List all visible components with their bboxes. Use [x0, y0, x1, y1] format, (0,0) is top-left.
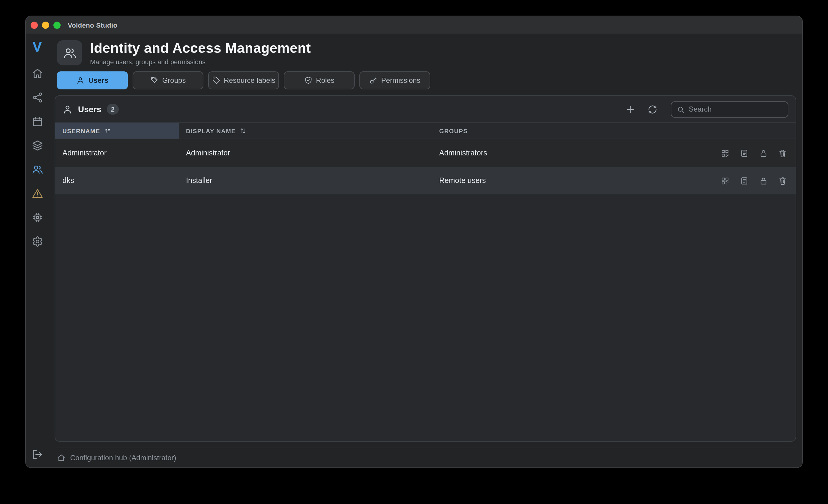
plus-icon	[625, 104, 635, 115]
app-logo: V	[32, 39, 42, 54]
delete-button[interactable]	[778, 149, 787, 158]
page-header: Identity and Access Management Manage us…	[54, 34, 796, 66]
sidebar-item-calendar[interactable]	[32, 116, 43, 127]
window-title: Voldeno Studio	[68, 21, 117, 29]
page-header-icon-box	[57, 40, 82, 66]
sidebar-nav	[32, 68, 43, 247]
sidebar-item-users[interactable]	[32, 164, 43, 175]
search-icon	[677, 106, 685, 114]
tab-bar: Users Groups Resource labels Roles	[54, 72, 796, 90]
qr-code-icon	[720, 176, 730, 185]
column-label: USERNAME	[63, 128, 100, 134]
table-row[interactable]: Administrator Administrator Administrato…	[55, 139, 796, 167]
audit-log-button[interactable]	[740, 149, 749, 158]
minimize-window-button[interactable]	[42, 21, 49, 29]
settings-icon	[32, 236, 43, 247]
lock-icon	[759, 176, 768, 185]
qr-code-icon	[720, 149, 730, 158]
logout-icon	[32, 449, 43, 460]
document-icon	[740, 149, 749, 158]
warning-icon	[32, 188, 43, 199]
page-title: Identity and Access Management	[90, 40, 311, 56]
add-user-button[interactable]	[622, 101, 638, 118]
sort-ascending-icon	[104, 127, 111, 135]
main-content: Identity and Access Management Manage us…	[49, 34, 802, 467]
tab-label: Permissions	[381, 77, 421, 85]
key-icon	[369, 77, 378, 85]
tab-label: Roles	[316, 77, 334, 85]
sort-both-icon	[239, 127, 247, 135]
search-input[interactable]	[689, 105, 782, 114]
sidebar-item-layers[interactable]	[32, 140, 43, 151]
column-header-username[interactable]: USERNAME	[55, 123, 179, 139]
lock-icon	[759, 149, 768, 158]
lock-button[interactable]	[759, 149, 768, 158]
tab-resource-labels[interactable]: Resource labels	[208, 72, 279, 90]
sidebar-item-home[interactable]	[32, 68, 43, 79]
shield-check-icon	[304, 77, 312, 85]
qr-code-button[interactable]	[720, 149, 730, 158]
user-icon	[63, 104, 73, 115]
cell-groups: Remote users	[432, 177, 706, 185]
cell-display-name: Administrator	[179, 149, 432, 158]
column-label: DISPLAY NAME	[186, 128, 236, 134]
tab-permissions[interactable]: Permissions	[360, 72, 430, 90]
zoom-window-button[interactable]	[53, 21, 60, 29]
sidebar-item-settings[interactable]	[32, 236, 43, 247]
column-header-display-name[interactable]: DISPLAY NAME	[179, 123, 432, 139]
trash-icon	[778, 176, 787, 185]
user-icon	[77, 77, 85, 85]
logout-button[interactable]	[32, 449, 43, 460]
close-window-button[interactable]	[31, 21, 38, 29]
search-box	[671, 101, 788, 118]
users-icon	[32, 164, 43, 175]
home-icon	[32, 68, 43, 79]
panel-header: Users 2	[55, 96, 796, 123]
sidebar: V	[26, 34, 49, 467]
document-icon	[740, 176, 749, 185]
cell-username: dks	[55, 177, 179, 185]
refresh-icon	[647, 104, 657, 115]
cell-display-name: Installer	[179, 177, 432, 185]
sidebar-item-system[interactable]	[32, 212, 43, 223]
column-label: GROUPS	[439, 128, 468, 134]
refresh-button[interactable]	[644, 101, 661, 118]
tags-icon	[150, 77, 159, 85]
lock-button[interactable]	[759, 176, 768, 185]
trash-icon	[778, 149, 787, 158]
status-text: Configuration hub (Administrator)	[70, 454, 176, 462]
chip-icon	[32, 212, 43, 223]
users-panel: Users 2	[54, 96, 796, 442]
tab-label: Groups	[162, 77, 186, 85]
page-subtitle: Manage users, groups and permissions	[90, 58, 311, 66]
traffic-lights	[31, 21, 60, 29]
sidebar-item-alerts[interactable]	[32, 188, 43, 199]
row-actions	[706, 149, 796, 158]
cell-username: Administrator	[55, 149, 179, 158]
tab-label: Users	[88, 77, 109, 85]
column-header-groups[interactable]: GROUPS	[432, 123, 706, 139]
app-window: Voldeno Studio V	[25, 15, 803, 468]
panel-title: Users	[78, 105, 101, 114]
hub-icon	[57, 454, 66, 462]
cell-groups: Administrators	[432, 149, 706, 158]
table-empty-area	[55, 195, 796, 441]
sidebar-item-topology[interactable]	[32, 92, 43, 103]
tab-users[interactable]: Users	[57, 72, 128, 90]
titlebar: Voldeno Studio	[26, 16, 802, 34]
qr-code-button[interactable]	[720, 176, 730, 185]
tab-roles[interactable]: Roles	[284, 72, 355, 90]
delete-button[interactable]	[778, 176, 787, 185]
audit-log-button[interactable]	[740, 176, 749, 185]
user-count-badge: 2	[107, 104, 119, 115]
table-header: USERNAME DISPLAY NAME GROUPS	[55, 123, 796, 139]
row-actions	[706, 176, 796, 185]
topology-icon	[32, 92, 43, 103]
desktop: Voldeno Studio V	[0, 0, 828, 504]
users-icon	[63, 46, 77, 60]
column-header-actions	[706, 123, 796, 139]
tag-icon	[212, 77, 220, 85]
table-row[interactable]: dks Installer Remote users	[55, 167, 796, 195]
calendar-icon	[32, 116, 43, 127]
tab-groups[interactable]: Groups	[133, 72, 203, 90]
